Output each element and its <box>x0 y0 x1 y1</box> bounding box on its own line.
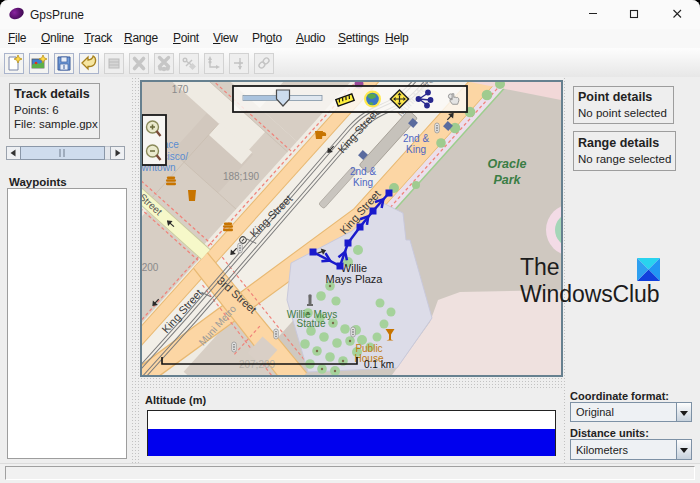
svg-text:2nd &: 2nd & <box>350 166 376 177</box>
svg-text:King: King <box>406 144 426 155</box>
svg-text:King: King <box>353 177 373 188</box>
svg-text:200: 200 <box>142 262 159 273</box>
svg-text:0.1 km: 0.1 km <box>364 359 394 370</box>
svg-text:2nd &: 2nd & <box>403 133 429 144</box>
svg-text:Statue: Statue <box>297 318 326 329</box>
svg-text:Park: Park <box>493 173 521 187</box>
svg-text:Oracle: Oracle <box>488 157 527 171</box>
svg-text:188;190: 188;190 <box>223 171 260 182</box>
svg-text:Mays Plaza: Mays Plaza <box>326 273 384 285</box>
svg-text:170: 170 <box>172 84 189 95</box>
